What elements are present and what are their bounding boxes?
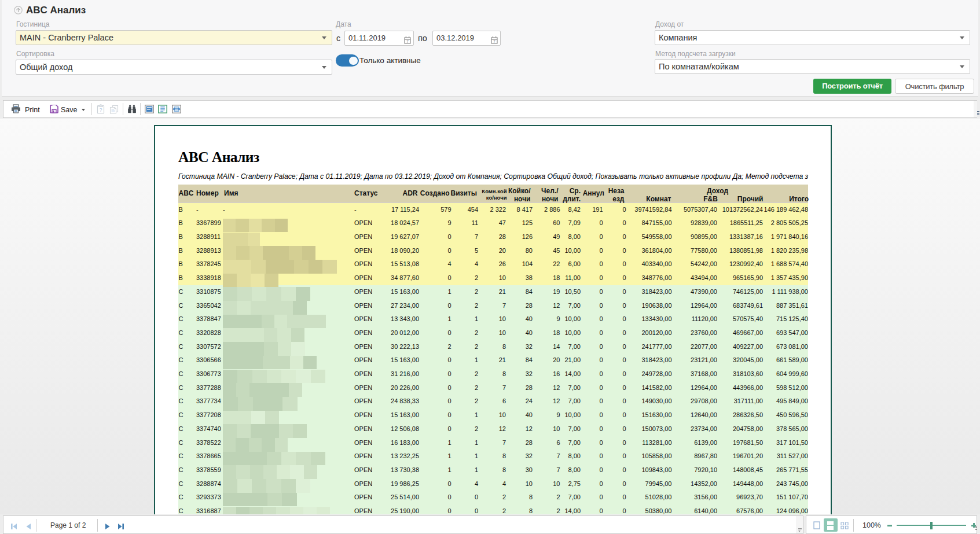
svg-text:7: 7 (493, 39, 495, 43)
svg-text:?: ? (99, 107, 102, 113)
svg-text:7: 7 (406, 39, 409, 43)
